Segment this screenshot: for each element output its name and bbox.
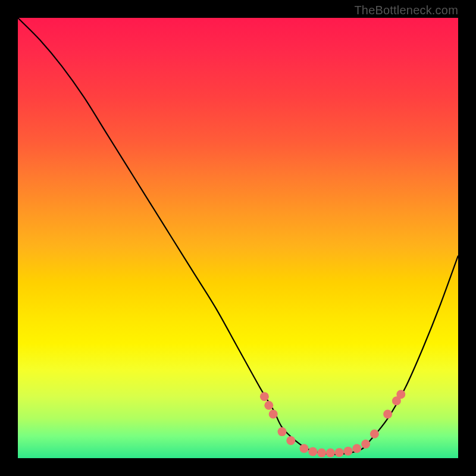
curve-marker [361, 440, 370, 449]
watermark-text: TheBottleneck.com [354, 4, 458, 17]
curve-marker [396, 390, 405, 399]
curve-marker [326, 449, 335, 458]
curve-marker [308, 447, 317, 456]
curve-marker [278, 427, 287, 436]
plot-area [18, 18, 458, 458]
bottleneck-curve [18, 18, 458, 455]
curve-marker [269, 410, 278, 419]
curve-marker [383, 410, 392, 419]
chart-frame: TheBottleneck.com [0, 0, 476, 476]
curve-marker [300, 444, 309, 453]
curve-marker [264, 401, 273, 410]
curve-marker [317, 449, 326, 458]
curve-marker [352, 444, 361, 453]
curve-marker [260, 392, 269, 401]
chart-svg [18, 18, 458, 458]
curve-marker [335, 448, 344, 457]
curve-marker [344, 447, 353, 456]
curve-marker [286, 436, 295, 445]
curve-marker [370, 430, 379, 439]
